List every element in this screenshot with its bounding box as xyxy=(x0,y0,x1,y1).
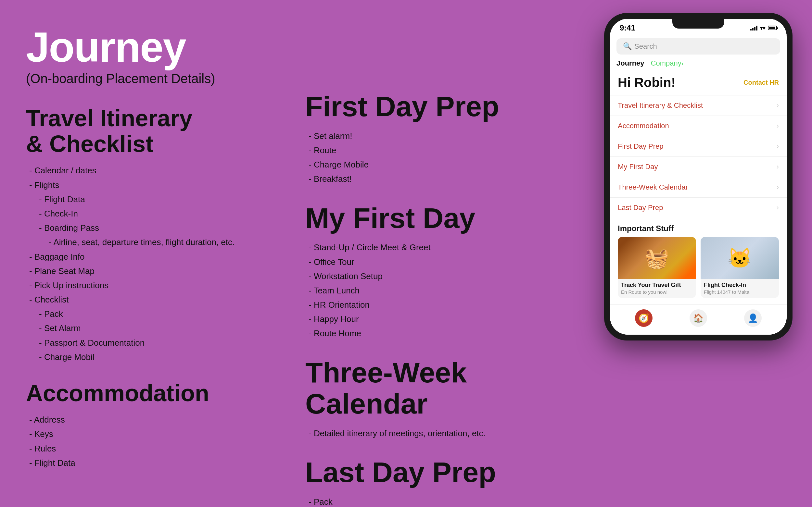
tab-journey[interactable]: Journey xyxy=(616,59,645,67)
phone-notch xyxy=(672,19,724,29)
last-day-prep-list: - Pack - Set Alarm - Passport & Document… xyxy=(309,495,565,507)
menu-item-last-day-label: Last Day Prep xyxy=(618,204,663,212)
menu-item-my-first-day[interactable]: My First Day › xyxy=(610,157,786,177)
card-flight[interactable]: 🐱 Flight Check-In Flight 14047 to Malta xyxy=(701,237,779,298)
status-icons: ▾▾ xyxy=(750,25,777,31)
search-icon: 🔍 xyxy=(623,42,632,51)
tab-company[interactable]: Company › xyxy=(651,59,684,67)
phone-screen: 9:41 ▾▾ 🔍 Search Journey Company xyxy=(610,19,786,335)
important-stuff-heading: Important Stuff xyxy=(610,218,786,237)
menu-item-accommodation[interactable]: Accommodation › xyxy=(610,116,786,136)
nav-tabs: Journey Company › xyxy=(610,59,786,72)
menu-item-last-day[interactable]: Last Day Prep › xyxy=(610,198,786,218)
last-day-prep-heading: Last Day Prep xyxy=(305,457,565,488)
menu-item-my-first-day-label: My First Day xyxy=(618,163,658,171)
phone-mockup: 9:41 ▾▾ 🔍 Search Journey Company xyxy=(604,13,793,340)
accommodation-list: - Address - Keys - Rules - Flight Data xyxy=(29,412,302,470)
chevron-right-icon: › xyxy=(776,204,779,212)
middle-panel: First Day Prep - Set alarm! - Route - Ch… xyxy=(305,91,565,507)
battery-icon xyxy=(768,25,777,30)
chevron-right-icon: › xyxy=(681,60,684,67)
menu-item-travel-label: Travel Itinerary & Checklist xyxy=(618,101,703,110)
menu-item-first-day-prep-label: First Day Prep xyxy=(618,142,664,151)
card-flight-title: Flight Check-In xyxy=(701,279,779,289)
home-icon: 🏠 xyxy=(693,313,704,323)
compass-icon: 🧭 xyxy=(639,313,649,323)
nav-compass-button[interactable]: 🧭 xyxy=(635,309,653,327)
person-icon: 👤 xyxy=(748,313,758,323)
accommodation-heading: Accommodation xyxy=(26,380,302,406)
chevron-right-icon: › xyxy=(776,142,779,151)
chevron-right-icon: › xyxy=(776,183,779,191)
cards-row: 🧺 Track Your Travel Gift En Route to you… xyxy=(610,237,786,304)
card-gift-image: 🧺 xyxy=(618,237,696,279)
chevron-right-icon: › xyxy=(776,163,779,171)
first-day-prep-list: - Set alarm! - Route - Charge Mobile - B… xyxy=(309,129,565,186)
my-first-day-heading: My First Day xyxy=(305,203,565,234)
card-gift-subtitle: En Route to you now! xyxy=(618,289,696,298)
travel-itinerary-heading: Travel Itinerary& Checklist xyxy=(26,106,302,157)
three-week-calendar-list: - Detailed itinerary of meetings, orient… xyxy=(309,426,565,441)
menu-item-three-week[interactable]: Three-Week Calendar › xyxy=(610,177,786,198)
chevron-right-icon: › xyxy=(776,122,779,130)
card-gift-title: Track Your Travel Gift xyxy=(618,279,696,289)
menu-item-accommodation-label: Accommodation xyxy=(618,122,669,130)
signal-icon xyxy=(750,25,757,31)
card-flight-image: 🐱 xyxy=(701,237,779,279)
search-placeholder: Search xyxy=(635,42,657,51)
search-bar[interactable]: 🔍 Search xyxy=(616,38,780,55)
wifi-icon: ▾▾ xyxy=(760,25,765,31)
card-flight-subtitle: Flight 14047 to Malta xyxy=(701,289,779,298)
greeting-row: Hi Robin! Contact HR xyxy=(610,72,786,95)
contact-hr-button[interactable]: Contact HR xyxy=(744,79,779,86)
menu-item-three-week-label: Three-Week Calendar xyxy=(618,183,688,191)
my-first-day-list: - Stand-Up / Circle Meet & Greet - Offic… xyxy=(309,240,565,340)
three-week-calendar-heading: Three-Week Calendar xyxy=(305,357,565,420)
app-subtitle: (On-boarding Placement Details) xyxy=(26,71,302,86)
first-day-prep-heading: First Day Prep xyxy=(305,91,565,122)
travel-itinerary-list: - Calendar / dates - Flights - Flight Da… xyxy=(29,163,302,364)
status-time: 9:41 xyxy=(620,23,635,33)
left-panel: Journey (On-boarding Placement Details) … xyxy=(26,26,302,486)
phone-outer: 9:41 ▾▾ 🔍 Search Journey Company xyxy=(604,13,793,340)
menu-item-travel[interactable]: Travel Itinerary & Checklist › xyxy=(610,95,786,116)
nav-profile-button[interactable]: 👤 xyxy=(744,309,762,327)
greeting-text: Hi Robin! xyxy=(618,75,675,90)
card-travel-gift[interactable]: 🧺 Track Your Travel Gift En Route to you… xyxy=(618,237,696,298)
chevron-right-icon: › xyxy=(776,101,779,110)
nav-home-button[interactable]: 🏠 xyxy=(690,309,707,327)
bottom-nav: 🧭 🏠 👤 xyxy=(610,304,786,335)
menu-item-first-day-prep[interactable]: First Day Prep › xyxy=(610,136,786,157)
app-title: Journey xyxy=(26,26,302,68)
